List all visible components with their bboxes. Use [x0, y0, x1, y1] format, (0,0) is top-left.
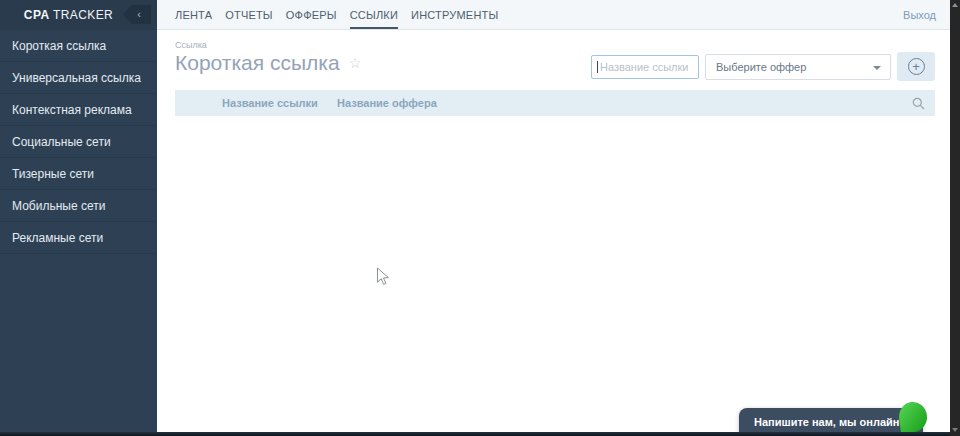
offer-select-dropdown[interactable]: Выберите оффер: [705, 54, 891, 80]
search-icon: [912, 97, 925, 110]
tab-tools[interactable]: ИНСТРУМЕНТЫ: [411, 0, 498, 29]
sidebar: CPA TRACKER ‹ Короткая ссылка Универсаль…: [0, 0, 157, 436]
sidebar-item-universal-link[interactable]: Универсальная ссылка: [0, 62, 157, 94]
tab-links[interactable]: ССЫЛКИ: [350, 0, 398, 29]
logo-rest: TRACKER: [49, 8, 113, 22]
sidebar-item-label: Мобильные сети: [12, 199, 105, 213]
sidebar-item-label: Универсальная ссылка: [12, 71, 141, 85]
window-bottom-edge: [0, 432, 960, 436]
plus-circle-icon: +: [908, 58, 925, 75]
logout-link[interactable]: Выход: [903, 9, 936, 21]
logo-bold: CPA: [24, 8, 50, 22]
top-navigation: ЛЕНТА ОТЧЕТЫ ОФФЕРЫ ССЫЛКИ ИНСТРУМЕНТЫ В…: [157, 0, 950, 30]
table-search-button[interactable]: [909, 95, 927, 111]
app-logo: CPA TRACKER: [24, 8, 113, 22]
chat-widget-message: Напишите нам, мы онлайн!: [754, 416, 903, 428]
chevron-left-icon: ‹: [133, 9, 141, 20]
sidebar-item-label: Тизерные сети: [12, 167, 94, 181]
scroll-up-icon[interactable]: [952, 3, 958, 7]
sidebar-item-label: Контекстная реклама: [12, 103, 132, 117]
tab-reports[interactable]: ОТЧЕТЫ: [225, 0, 273, 29]
page-title: Короткая ссылка: [175, 51, 340, 75]
breadcrumb: Ссылка: [175, 40, 207, 50]
column-header-offer-name[interactable]: Название оффера: [337, 97, 437, 109]
favorite-star-icon[interactable]: ☆: [349, 55, 362, 71]
sidebar-item-context-ads[interactable]: Контекстная реклама: [0, 94, 157, 126]
link-name-input[interactable]: [591, 55, 699, 79]
sidebar-header: CPA TRACKER ‹: [0, 0, 157, 30]
offer-select-value: Выберите оффер: [716, 61, 806, 73]
sidebar-collapse-button[interactable]: ‹: [123, 5, 151, 24]
text-caret: [597, 61, 598, 73]
sidebar-item-social-networks[interactable]: Социальные сети: [0, 126, 157, 158]
sidebar-item-mobile-networks[interactable]: Мобильные сети: [0, 190, 157, 222]
toolbar-controls: Выберите оффер +: [591, 52, 935, 81]
scroll-down-icon[interactable]: [952, 428, 958, 432]
add-link-button[interactable]: +: [897, 52, 935, 81]
column-header-link-name[interactable]: Название ссылки: [222, 97, 318, 109]
chevron-down-icon: [873, 66, 881, 70]
sidebar-item-label: Короткая ссылка: [12, 39, 106, 53]
sidebar-item-label: Рекламные сети: [12, 231, 103, 245]
sidebar-item-label: Социальные сети: [12, 135, 111, 149]
tab-offers[interactable]: ОФФЕРЫ: [286, 0, 337, 29]
main-content: Ссылка Короткая ссылка ☆ Выберите оффер …: [157, 31, 950, 436]
tab-feed[interactable]: ЛЕНТА: [175, 0, 212, 29]
sidebar-item-ad-networks[interactable]: Рекламные сети: [0, 222, 157, 254]
sidebar-item-short-link[interactable]: Короткая ссылка: [0, 30, 157, 62]
table-header-row: Название ссылки Название оффера: [175, 90, 935, 116]
vertical-scrollbar[interactable]: [950, 0, 960, 436]
sidebar-item-teaser-networks[interactable]: Тизерные сети: [0, 158, 157, 190]
